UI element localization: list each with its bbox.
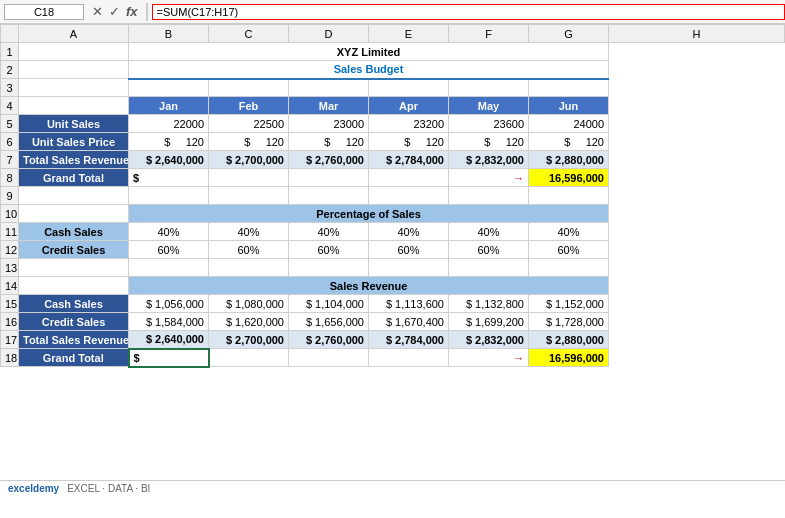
credit-pct-mar[interactable]: 60% bbox=[289, 241, 369, 259]
cash-pct-jun[interactable]: 40% bbox=[529, 223, 609, 241]
credit-rev-jan[interactable]: $ 1,584,000 bbox=[129, 313, 209, 331]
cash-rev-mar[interactable]: $ 1,104,000 bbox=[289, 295, 369, 313]
site-label: exceldemy bbox=[8, 483, 59, 494]
credit-rev-may[interactable]: $ 1,699,200 bbox=[449, 313, 529, 331]
cash-pct-jan[interactable]: 40% bbox=[129, 223, 209, 241]
gt2-f[interactable] bbox=[369, 349, 449, 367]
excel-app: C18 ✕ ✓ fx =SUM(C17:H17) bbox=[0, 0, 785, 496]
unit-sales-may[interactable]: 23600 bbox=[449, 115, 529, 133]
credit-rev-feb[interactable]: $ 1,620,000 bbox=[209, 313, 289, 331]
cash-rev-apr[interactable]: $ 1,113,600 bbox=[369, 295, 449, 313]
rev1-jun[interactable]: $ 2,880,000 bbox=[529, 151, 609, 169]
cash-pct-apr[interactable]: 40% bbox=[369, 223, 449, 241]
col-header-g: G bbox=[529, 25, 609, 43]
grid-area[interactable]: A B C D E F G H 1 bbox=[0, 24, 785, 480]
table-row: 1 XYZ Limited bbox=[1, 43, 785, 61]
label-cash-sales-rev: Cash Sales bbox=[19, 295, 129, 313]
price-mar[interactable]: $ 120 bbox=[289, 133, 369, 151]
gt1-e[interactable] bbox=[289, 169, 369, 187]
table-row: 4 Jan Feb Mar Apr May Jun bbox=[1, 97, 785, 115]
col-jan: Jan bbox=[129, 97, 209, 115]
col-may: May bbox=[449, 97, 529, 115]
credit-rev-mar[interactable]: $ 1,656,000 bbox=[289, 313, 369, 331]
credit-pct-may[interactable]: 60% bbox=[449, 241, 529, 259]
gt1-d[interactable] bbox=[209, 169, 289, 187]
credit-pct-jan[interactable]: 60% bbox=[129, 241, 209, 259]
rev1-may[interactable]: $ 2,832,000 bbox=[449, 151, 529, 169]
rev1-apr[interactable]: $ 2,784,000 bbox=[369, 151, 449, 169]
rev2-mar[interactable]: $ 2,760,000 bbox=[289, 331, 369, 349]
table-row: 16 Credit Sales $ 1,584,000 $ 1,620,000 … bbox=[1, 313, 785, 331]
table-row: 2 Sales Budget bbox=[1, 61, 785, 79]
unit-sales-jan[interactable]: 22000 bbox=[129, 115, 209, 133]
name-box[interactable]: C18 bbox=[4, 4, 84, 20]
gt1-value[interactable]: 16,596,000 bbox=[529, 169, 609, 187]
col-apr: Apr bbox=[369, 97, 449, 115]
label-unit-sales: Unit Sales bbox=[19, 115, 129, 133]
col-header-d: D bbox=[289, 25, 369, 43]
credit-pct-jun[interactable]: 60% bbox=[529, 241, 609, 259]
cash-rev-feb[interactable]: $ 1,080,000 bbox=[209, 295, 289, 313]
credit-pct-feb[interactable]: 60% bbox=[209, 241, 289, 259]
section-pct-header: Percentage of Sales bbox=[129, 205, 609, 223]
credit-rev-jun[interactable]: $ 1,728,000 bbox=[529, 313, 609, 331]
credit-pct-apr[interactable]: 60% bbox=[369, 241, 449, 259]
table-row: 6 Unit Sales Price $ 120 $ 120 $ 120 $ 1… bbox=[1, 133, 785, 151]
label-cash-sales-pct: Cash Sales bbox=[19, 223, 129, 241]
price-apr[interactable]: $ 120 bbox=[369, 133, 449, 151]
credit-rev-apr[interactable]: $ 1,670,400 bbox=[369, 313, 449, 331]
rev2-apr[interactable]: $ 2,784,000 bbox=[369, 331, 449, 349]
rev2-may[interactable]: $ 2,832,000 bbox=[449, 331, 529, 349]
cash-pct-may[interactable]: 40% bbox=[449, 223, 529, 241]
unit-sales-jun[interactable]: 24000 bbox=[529, 115, 609, 133]
gt2-e[interactable] bbox=[289, 349, 369, 367]
rev1-mar[interactable]: $ 2,760,000 bbox=[289, 151, 369, 169]
cell-a1[interactable] bbox=[19, 43, 129, 61]
col-mar: Mar bbox=[289, 97, 369, 115]
cash-rev-jun[interactable]: $ 1,152,000 bbox=[529, 295, 609, 313]
gt1-c[interactable]: $ bbox=[129, 169, 209, 187]
formula-bar: C18 ✕ ✓ fx =SUM(C17:H17) bbox=[0, 0, 785, 24]
gt2-value[interactable]: 16,596,000 bbox=[529, 349, 609, 367]
formula-input[interactable]: =SUM(C17:H17) bbox=[152, 4, 785, 20]
label-credit-sales-pct: Credit Sales bbox=[19, 241, 129, 259]
table-row: 14 Sales Revenue bbox=[1, 277, 785, 295]
price-may[interactable]: $ 120 bbox=[449, 133, 529, 151]
col-header-a: A bbox=[19, 25, 129, 43]
gt2-d[interactable] bbox=[209, 349, 289, 367]
cash-pct-feb[interactable]: 40% bbox=[209, 223, 289, 241]
table-row: 9 bbox=[1, 187, 785, 205]
label-grand-total-1: Grand Total bbox=[19, 169, 129, 187]
col-header-f: F bbox=[449, 25, 529, 43]
price-feb[interactable]: $ 120 bbox=[209, 133, 289, 151]
gt1-f[interactable] bbox=[369, 169, 449, 187]
cash-rev-may[interactable]: $ 1,132,800 bbox=[449, 295, 529, 313]
price-jan[interactable]: $ 120 bbox=[129, 133, 209, 151]
col-header-c: C bbox=[209, 25, 289, 43]
col-feb: Feb bbox=[209, 97, 289, 115]
table-row: 15 Cash Sales $ 1,056,000 $ 1,080,000 $ … bbox=[1, 295, 785, 313]
col-jun: Jun bbox=[529, 97, 609, 115]
cell-a2[interactable] bbox=[19, 61, 129, 79]
unit-sales-apr[interactable]: 23200 bbox=[369, 115, 449, 133]
price-jun[interactable]: $ 120 bbox=[529, 133, 609, 151]
col-header-e: E bbox=[369, 25, 449, 43]
rev2-jan[interactable]: $ 2,640,000 bbox=[129, 331, 209, 349]
rev1-feb[interactable]: $ 2,700,000 bbox=[209, 151, 289, 169]
table-row: 7 Total Sales Revenue $ 2,640,000 $ 2,70… bbox=[1, 151, 785, 169]
unit-sales-feb[interactable]: 22500 bbox=[209, 115, 289, 133]
confirm-icon[interactable]: ✓ bbox=[109, 4, 120, 19]
cancel-icon[interactable]: ✕ bbox=[92, 4, 103, 19]
rev2-jun[interactable]: $ 2,880,000 bbox=[529, 331, 609, 349]
status-bar: exceldemy EXCEL · DATA · BI bbox=[0, 480, 785, 496]
cash-rev-jan[interactable]: $ 1,056,000 bbox=[129, 295, 209, 313]
gt2-c[interactable]: $ bbox=[129, 349, 209, 367]
cash-pct-mar[interactable]: 40% bbox=[289, 223, 369, 241]
insert-function-icon[interactable]: fx bbox=[126, 4, 138, 19]
table-row: 13 bbox=[1, 259, 785, 277]
label-credit-sales-rev: Credit Sales bbox=[19, 313, 129, 331]
unit-sales-mar[interactable]: 23000 bbox=[289, 115, 369, 133]
rev1-jan[interactable]: $ 2,640,000 bbox=[129, 151, 209, 169]
rev2-feb[interactable]: $ 2,700,000 bbox=[209, 331, 289, 349]
table-row: 10 Percentage of Sales bbox=[1, 205, 785, 223]
